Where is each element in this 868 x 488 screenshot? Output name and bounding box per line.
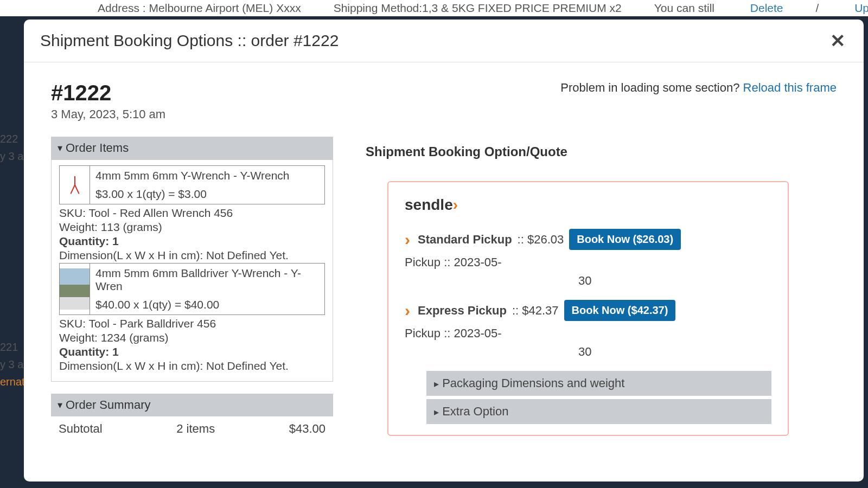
pickup-date-prefix: Pickup :: 2023-05- bbox=[405, 255, 502, 269]
item-dimension: Dimension(L x W x H in cm): Not Defined … bbox=[59, 359, 325, 373]
background-info-strip: Address : Melbourne Airport (MEL) Xxxx S… bbox=[0, 0, 868, 16]
option-name: Express Pickup bbox=[418, 304, 507, 318]
book-now-button[interactable]: Book Now ($26.03) bbox=[569, 229, 681, 250]
carrier-quote-box: sendle› › Standard Pickup :: $26.03 Book… bbox=[387, 181, 789, 436]
background-left-fragments: 222 y 3 a 221 y 3 a ernat bbox=[0, 130, 25, 390]
item-price-line: $3.00 x 1(qty) = $3.00 bbox=[95, 188, 319, 201]
modal-header: Shipment Booking Options :: order #1222 … bbox=[24, 20, 864, 62]
order-items-box: 4mm 5mm 6mm Y-Wrench - Y-Wrench $3.00 x … bbox=[51, 159, 333, 382]
option-name: Standard Pickup bbox=[418, 233, 512, 247]
item-thumb-icon bbox=[60, 264, 90, 314]
bg-update-link[interactable]: Update bbox=[854, 2, 868, 14]
packaging-dimensions-accordion[interactable]: Packaging Dimensions and weight bbox=[426, 371, 771, 396]
modal-title: Shipment Booking Options :: order #1222 bbox=[40, 31, 339, 50]
quote-section-title: Shipment Booking Option/Quote bbox=[366, 144, 837, 159]
item-weight: Weight: 113 (grams) bbox=[59, 221, 325, 234]
pickup-date-rest: 30 bbox=[578, 345, 771, 359]
item-dimension: Dimension(L x W x H in cm): Not Defined … bbox=[59, 249, 325, 262]
order-summary-header[interactable]: Order Summary bbox=[51, 394, 333, 416]
reload-frame-link[interactable]: Reload this frame bbox=[743, 81, 837, 94]
item-thumb-icon bbox=[60, 166, 90, 204]
reload-prompt: Problem in loading some section? Reload … bbox=[560, 81, 837, 95]
item-weight: Weight: 1234 (grams) bbox=[59, 331, 325, 344]
extra-option-accordion[interactable]: Extra Option bbox=[426, 399, 771, 424]
item-sku: SKU: Tool - Park Balldriver 456 bbox=[59, 317, 325, 330]
chevron-right-icon: › bbox=[405, 301, 410, 320]
bg-delete-link[interactable]: Delete bbox=[750, 2, 783, 14]
item-qty: Quantity: 1 bbox=[59, 235, 325, 248]
order-items-header[interactable]: Order Items bbox=[51, 137, 333, 159]
subtotal-label: Subtotal bbox=[59, 422, 103, 436]
book-now-button[interactable]: Book Now ($42.37) bbox=[564, 300, 676, 321]
order-date: 3 May, 2023, 5:10 am bbox=[51, 107, 165, 121]
order-item-row: 4mm 5mm 6mm Y-Wrench - Y-Wrench $3.00 x … bbox=[59, 165, 325, 204]
carrier-logo: sendle› bbox=[405, 196, 771, 214]
bg-address: Address : Melbourne Airport (MEL) Xxxx bbox=[98, 2, 301, 15]
chevron-right-icon: › bbox=[405, 230, 410, 249]
item-qty: Quantity: 1 bbox=[59, 345, 325, 358]
shipping-option-row: › Express Pickup :: $42.37 Book Now ($42… bbox=[405, 300, 771, 341]
order-number: #1222 bbox=[51, 81, 165, 105]
subtotal-items: 2 items bbox=[176, 422, 215, 436]
bg-shipping: Shipping Method:1,3 & 5KG FIXED PRICE PR… bbox=[334, 2, 622, 15]
shipment-booking-modal: Shipment Booking Options :: order #1222 … bbox=[24, 20, 864, 481]
bg-hint: You can still Delete/ Update this shipme bbox=[654, 2, 868, 15]
item-sku: SKU: Tool - Red Allen Wrench 456 bbox=[59, 207, 325, 220]
item-name: 4mm 5mm 6mm Balldriver Y-Wrench - Y-Wren bbox=[95, 267, 319, 293]
option-price: :: $26.03 bbox=[518, 233, 564, 247]
pickup-date-prefix: Pickup :: 2023-05- bbox=[405, 326, 502, 341]
item-price-line: $40.00 x 1(qty) = $40.00 bbox=[95, 298, 319, 311]
modal-body: #1222 3 May, 2023, 5:10 am Problem in lo… bbox=[24, 62, 864, 481]
order-summary-row: Subtotal 2 items $43.00 bbox=[51, 416, 333, 441]
shipping-option-row: › Standard Pickup :: $26.03 Book Now ($2… bbox=[405, 229, 771, 269]
option-price: :: $42.37 bbox=[512, 304, 559, 318]
item-name: 4mm 5mm 6mm Y-Wrench - Y-Wrench bbox=[95, 169, 319, 182]
pickup-date-rest: 30 bbox=[578, 274, 771, 288]
close-icon[interactable]: ✕ bbox=[830, 31, 845, 50]
order-item-row: 4mm 5mm 6mm Balldriver Y-Wrench - Y-Wren… bbox=[59, 263, 325, 315]
subtotal-value: $43.00 bbox=[289, 422, 326, 436]
